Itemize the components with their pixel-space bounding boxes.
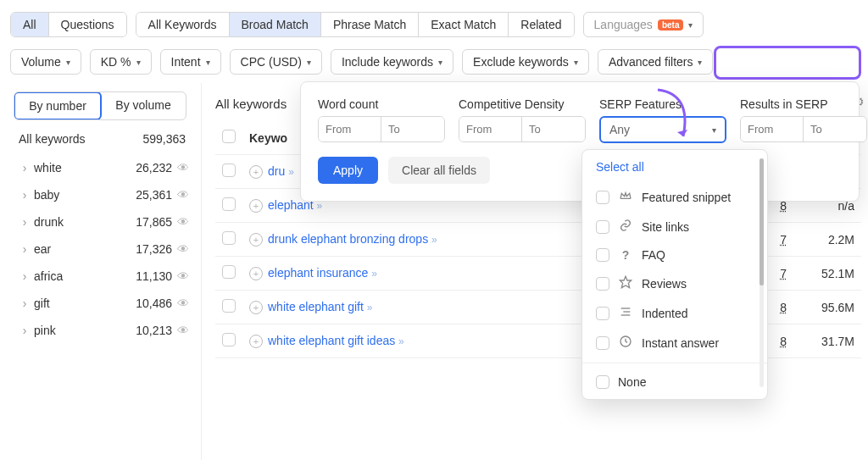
languages-label: Languages (594, 18, 653, 31)
option-featured-snippet[interactable]: Featured snippet (593, 182, 757, 212)
checkbox[interactable] (596, 191, 609, 204)
density-from[interactable]: From (459, 117, 522, 141)
keyword-groups-sidebar: By number By volume All keywords 599,363… (0, 83, 202, 460)
tab-broad-match[interactable]: Broad Match (230, 13, 321, 36)
checkbox[interactable] (596, 307, 609, 320)
group-count: 25,361 (136, 188, 177, 202)
wordcount-from[interactable]: From (319, 117, 381, 141)
open-icon[interactable]: » (398, 335, 404, 347)
checkbox[interactable] (596, 220, 609, 234)
option-none[interactable]: None (593, 369, 757, 396)
add-icon[interactable]: + (249, 233, 263, 247)
eye-icon[interactable]: 👁 (177, 297, 189, 310)
chevron-down-icon: ▾ (438, 58, 442, 67)
add-icon[interactable]: + (249, 335, 263, 348)
tab-all[interactable]: All (11, 13, 49, 36)
serp-any: Any (609, 123, 630, 136)
filter-kd[interactable]: KD %▾ (90, 49, 152, 75)
row-checkbox[interactable] (222, 197, 236, 211)
add-icon[interactable]: + (249, 199, 263, 213)
eye-icon[interactable]: 👁 (177, 161, 189, 175)
group-count: 26,232 (136, 161, 177, 175)
chevron-down-icon: ▾ (206, 58, 210, 67)
all-keywords-row[interactable]: All keywords 599,363 (14, 120, 192, 154)
chevron-down-icon: ▾ (688, 20, 693, 30)
star-icon (618, 275, 633, 291)
density-to[interactable]: To (522, 117, 585, 141)
sidebar-item-africa[interactable]: ›africa11,130👁 (15, 263, 192, 290)
option-reviews[interactable]: Reviews (593, 269, 757, 298)
sidebar-item-gift[interactable]: ›gift10,486👁 (15, 290, 192, 317)
row-checkbox[interactable] (222, 299, 236, 313)
serp-features-dropdown: Select all Featured snippetSite links?FA… (581, 149, 768, 400)
add-icon[interactable]: + (249, 165, 263, 179)
serp-features-select[interactable]: Any ▾ (599, 116, 726, 143)
match-type-row: All Questions All Keywords Broad Match P… (0, 0, 868, 46)
tab-all-keywords[interactable]: All Keywords (136, 13, 230, 36)
group-count: 10,213 (136, 324, 177, 337)
sidebar-item-white[interactable]: ›white26,232👁 (15, 154, 192, 181)
eye-icon[interactable]: 👁 (177, 215, 189, 229)
option-site-links[interactable]: Site links (593, 212, 757, 241)
results-to[interactable]: To (804, 117, 866, 141)
keyword-link[interactable]: dru (268, 164, 285, 178)
keyword-link[interactable]: elephant insurance (268, 266, 368, 280)
sidebar-item-ear[interactable]: ›ear17,326👁 (15, 236, 192, 263)
keyword-link[interactable]: white elephant gift ideas (268, 334, 395, 347)
chevron-down-icon: ▾ (66, 58, 70, 67)
select-all-link[interactable]: Select all (593, 158, 757, 182)
open-icon[interactable]: » (288, 166, 294, 178)
row-checkbox[interactable] (222, 265, 236, 279)
eye-icon[interactable]: 👁 (177, 269, 189, 283)
dropdown-scrollbar[interactable] (760, 158, 764, 387)
filter-cpc[interactable]: CPC (USD)▾ (230, 49, 322, 75)
checkbox[interactable] (596, 248, 609, 262)
add-icon[interactable]: + (249, 301, 263, 314)
open-icon[interactable]: » (317, 200, 323, 212)
tab-exact-match[interactable]: Exact Match (419, 13, 509, 36)
sidebar-item-baby[interactable]: ›baby25,361👁 (15, 181, 192, 208)
results-from[interactable]: From (741, 117, 804, 141)
option-label: Instant answer (642, 336, 719, 350)
eye-icon[interactable]: 👁 (177, 324, 189, 337)
wordcount-to[interactable]: To (381, 117, 444, 141)
tab-by-number[interactable]: By number (14, 91, 102, 120)
open-icon[interactable]: » (431, 234, 437, 246)
open-icon[interactable]: » (367, 302, 373, 313)
group-count: 10,486 (136, 297, 177, 310)
keyword-link[interactable]: drunk elephant bronzing drops (268, 232, 428, 246)
filter-exclude-keywords[interactable]: Exclude keywords▾ (462, 49, 589, 75)
apply-button[interactable]: Apply (318, 157, 378, 184)
tab-related[interactable]: Related (509, 13, 573, 36)
filter-include-keywords[interactable]: Include keywords▾ (331, 49, 453, 75)
languages-dropdown[interactable]: Languages beta ▾ (583, 12, 704, 37)
chevron-down-icon: ▾ (698, 58, 702, 67)
select-all-checkbox[interactable] (222, 130, 236, 143)
row-checkbox[interactable] (222, 163, 236, 177)
chevron-right-icon: › (19, 269, 31, 283)
clear-all-button[interactable]: Clear all fields (388, 157, 490, 184)
row-checkbox[interactable] (222, 231, 236, 245)
add-icon[interactable]: + (249, 267, 263, 280)
tab-by-volume[interactable]: By volume (101, 92, 186, 119)
checkbox[interactable] (596, 375, 609, 389)
tab-phrase-match[interactable]: Phrase Match (321, 13, 419, 36)
eye-icon[interactable]: 👁 (177, 188, 189, 202)
filter-advanced[interactable]: Advanced filters▾ (598, 49, 714, 75)
group-name: pink (31, 324, 136, 337)
filter-volume[interactable]: Volume▾ (10, 49, 81, 75)
checkbox[interactable] (596, 277, 609, 291)
tab-questions[interactable]: Questions (49, 13, 126, 36)
keyword-link[interactable]: white elephant gift (268, 300, 364, 313)
chevron-down-icon: ▾ (307, 58, 311, 67)
sidebar-item-drunk[interactable]: ›drunk17,865👁 (15, 208, 192, 236)
option-instant-answer[interactable]: Instant answer (593, 328, 757, 357)
option-faq[interactable]: ?FAQ (593, 241, 757, 269)
sidebar-item-pink[interactable]: ›pink10,213👁 (15, 317, 192, 344)
filter-intent[interactable]: Intent▾ (160, 49, 221, 75)
row-checkbox[interactable] (222, 333, 236, 346)
checkbox[interactable] (596, 336, 609, 350)
option-indented[interactable]: Indented (593, 298, 757, 328)
eye-icon[interactable]: 👁 (177, 242, 189, 256)
open-icon[interactable]: » (371, 268, 377, 280)
